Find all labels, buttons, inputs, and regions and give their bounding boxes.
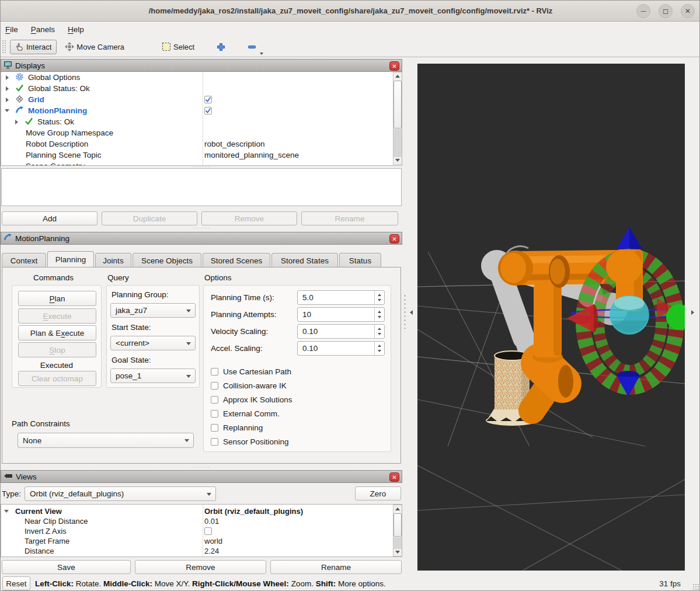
- splitter-grip[interactable]: [403, 294, 407, 329]
- options-heading: Options: [204, 273, 232, 282]
- rename-display-button[interactable]: Rename: [301, 211, 398, 225]
- tab-stored-scenes[interactable]: Stored Scenes: [203, 253, 270, 267]
- rename-view-button[interactable]: Rename: [270, 560, 402, 574]
- grid-enabled-checkbox[interactable]: [204, 96, 212, 103]
- select-tool-button[interactable]: Select: [157, 40, 199, 54]
- views-panel-header[interactable]: Views ✕: [1, 470, 402, 483]
- use-cartesian-path-option[interactable]: Use Cartesian Path: [211, 367, 291, 376]
- tree-row-planning-scene-topic[interactable]: Planning Scene Topic monitored_planning_…: [1, 150, 392, 161]
- menu-file[interactable]: File: [5, 25, 18, 34]
- planning-time-label: Planning Time (s):: [211, 293, 274, 302]
- scroll-down-icon[interactable]: [393, 157, 402, 164]
- add-tool-button[interactable]: [212, 40, 230, 54]
- save-view-button[interactable]: Save: [2, 560, 131, 574]
- collapse-right-icon[interactable]: [691, 310, 694, 315]
- toolbar-grip[interactable]: [2, 40, 6, 54]
- views-scrollbar[interactable]: [393, 505, 402, 557]
- planning-group-select[interactable]: jaka_zu7: [110, 303, 196, 318]
- view-type-select[interactable]: Orbit (rviz_default_plugins): [25, 486, 216, 501]
- plan-and-execute-button[interactable]: Plan & Execute: [18, 325, 96, 340]
- execute-button[interactable]: Execute: [18, 308, 96, 324]
- expander-icon[interactable]: [5, 109, 9, 112]
- collision-aware-ik-option[interactable]: Collision-aware IK: [211, 381, 287, 390]
- goal-state-select[interactable]: pose_1: [110, 368, 196, 383]
- tree-row-grid[interactable]: Grid: [1, 94, 392, 105]
- start-state-select[interactable]: <current>: [110, 336, 196, 350]
- displays-panel-header[interactable]: Displays ✕: [1, 59, 402, 72]
- tab-status[interactable]: Status: [339, 253, 381, 267]
- velocity-scaling-label: Velocity Scaling:: [211, 327, 268, 336]
- remove-view-button[interactable]: Remove: [135, 560, 266, 574]
- tree-row-status-ok[interactable]: Status: Ok: [1, 116, 392, 127]
- stop-button[interactable]: Stop: [18, 342, 96, 357]
- motionplanning-enabled-checkbox[interactable]: [204, 107, 212, 114]
- external-comm-option[interactable]: External Comm.: [211, 409, 280, 418]
- expander-icon[interactable]: [6, 98, 9, 102]
- check-ok-icon: [15, 84, 24, 94]
- tree-row-move-group-namespace[interactable]: Move Group Namespace: [1, 127, 392, 138]
- displays-scrollbar[interactable]: [393, 72, 402, 165]
- velocity-scaling-input[interactable]: 0.10: [297, 324, 385, 339]
- minimize-button[interactable]: ─: [636, 4, 650, 18]
- left-dock-splitter[interactable]: [402, 57, 417, 575]
- scroll-up-icon[interactable]: [393, 72, 402, 80]
- maximize-button[interactable]: ◻: [659, 4, 673, 18]
- interact-tool-button[interactable]: Interact: [10, 40, 57, 54]
- tab-scene-objects[interactable]: Scene Objects: [133, 253, 201, 267]
- remove-display-button[interactable]: Remove: [201, 211, 297, 225]
- planning-attempts-input[interactable]: 10: [297, 307, 385, 322]
- scrollbar-thumb[interactable]: [393, 81, 402, 128]
- path-constraints-select[interactable]: None: [18, 433, 194, 448]
- motionplanning-panel-header[interactable]: MotionPlanning ✕: [1, 232, 402, 245]
- tree-row-robot-description[interactable]: Robot Description robot_description: [1, 138, 392, 150]
- zero-button[interactable]: Zero: [355, 486, 401, 500]
- tree-row-motionplanning[interactable]: MotionPlanning: [1, 105, 392, 116]
- expander-icon[interactable]: [15, 120, 18, 124]
- plan-button[interactable]: Plan: [18, 291, 96, 306]
- scrollbar-thumb[interactable]: [393, 513, 402, 537]
- close-button[interactable]: ✕: [681, 4, 695, 18]
- add-display-button[interactable]: Add: [2, 211, 97, 225]
- view-row-invert-z[interactable]: Invert Z Axis: [1, 526, 392, 536]
- displays-close-icon[interactable]: ✕: [389, 61, 399, 71]
- accel-scaling-input[interactable]: 0.10: [297, 341, 385, 356]
- scroll-down-icon[interactable]: [393, 548, 402, 556]
- menu-help[interactable]: Help: [68, 25, 84, 34]
- view-row-target-frame[interactable]: Target Frame world: [1, 536, 392, 546]
- motionplanning-close-icon[interactable]: ✕: [389, 234, 399, 244]
- duplicate-display-button[interactable]: Duplicate: [102, 211, 197, 225]
- splitter-handle[interactable]: ······: [193, 466, 211, 468]
- render-viewport-3d[interactable]: [417, 64, 685, 571]
- reset-button[interactable]: Reset: [2, 576, 30, 590]
- expander-icon[interactable]: [6, 75, 9, 80]
- clear-octomap-button[interactable]: Clear octomap: [18, 371, 96, 386]
- sensor-positioning-option[interactable]: Sensor Positioning: [211, 437, 289, 446]
- views-buttons: Save Remove Rename: [2, 560, 402, 574]
- replanning-option[interactable]: Replanning: [211, 423, 263, 432]
- menu-panels[interactable]: Panels: [31, 25, 55, 34]
- right-dock-splitter[interactable]: [685, 57, 700, 575]
- select-box-icon: [162, 42, 171, 51]
- view-row-current-view[interactable]: Current View Orbit (rviz_default_plugins…: [1, 506, 392, 516]
- approx-ik-solutions-option[interactable]: Approx IK Solutions: [211, 395, 292, 404]
- approx-ik-solutions-checkbox: [211, 396, 218, 404]
- scroll-up-icon[interactable]: [393, 505, 402, 513]
- resize-grip[interactable]: [692, 583, 699, 590]
- tab-stored-states[interactable]: Stored States: [271, 253, 338, 267]
- tree-row-global-status[interactable]: Global Status: Ok: [1, 83, 392, 94]
- move-camera-tool-button[interactable]: Move Camera: [60, 40, 129, 54]
- expander-icon[interactable]: [4, 510, 9, 513]
- collapse-left-icon[interactable]: [410, 310, 413, 315]
- remove-tool-button[interactable]: [243, 40, 261, 54]
- view-row-distance[interactable]: Distance 2.24: [1, 546, 392, 556]
- tab-joints[interactable]: Joints: [95, 253, 131, 267]
- planning-time-input[interactable]: 5.0: [297, 290, 385, 305]
- view-row-near-clip[interactable]: Near Clip Distance 0.01: [1, 516, 392, 526]
- tree-row-global-options[interactable]: Global Options: [1, 72, 392, 83]
- views-close-icon[interactable]: ✕: [389, 472, 399, 482]
- invert-z-checkbox[interactable]: [204, 527, 212, 535]
- expander-icon[interactable]: [6, 86, 9, 91]
- tab-context[interactable]: Context: [2, 253, 46, 267]
- tab-planning[interactable]: Planning: [47, 251, 94, 267]
- splitter-handle[interactable]: ······: [193, 227, 211, 230]
